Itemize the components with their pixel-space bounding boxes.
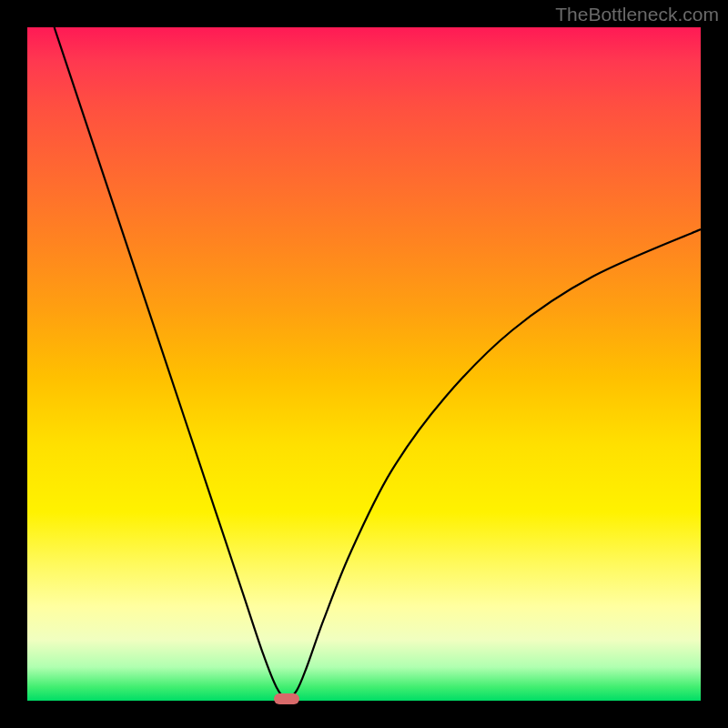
plot-area	[27, 27, 701, 701]
watermark-text: TheBottleneck.com	[555, 4, 719, 25]
optimum-marker	[274, 693, 299, 704]
chart-container: TheBottleneck.com	[0, 0, 728, 728]
curve-svg	[27, 27, 701, 701]
bottleneck-curve-path	[55, 27, 701, 699]
